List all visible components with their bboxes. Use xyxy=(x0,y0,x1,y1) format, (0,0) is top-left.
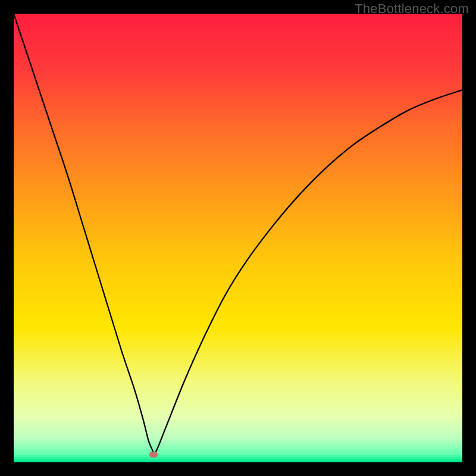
bottleneck-curve xyxy=(14,14,462,462)
watermark-text: TheBottleneck.com xyxy=(355,1,469,17)
minimum-marker xyxy=(149,452,158,458)
plot-area xyxy=(14,14,462,462)
chart-container: TheBottleneck.com xyxy=(0,0,476,476)
